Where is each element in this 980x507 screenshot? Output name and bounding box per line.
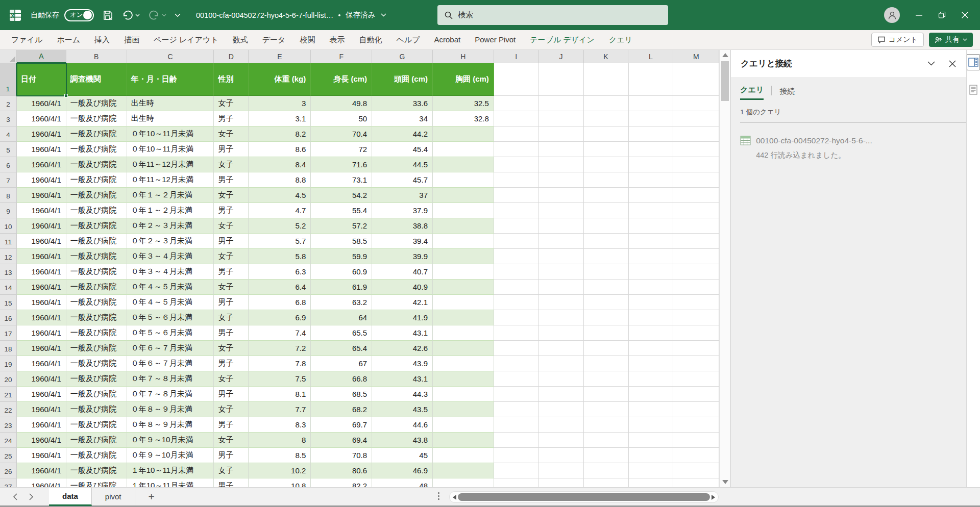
cell-J12[interactable]	[539, 249, 584, 264]
cell-J16[interactable]	[539, 310, 584, 325]
cell-D20[interactable]: 女子	[214, 371, 249, 387]
cell-D9[interactable]: 男子	[214, 203, 249, 218]
cell-G27[interactable]: 48	[372, 478, 433, 487]
cell-E8[interactable]: 4.5	[249, 188, 311, 203]
cell-D26[interactable]: 女子	[214, 463, 249, 478]
cell-H9[interactable]	[433, 203, 494, 218]
cell-C5[interactable]: ０年10～11月未満	[127, 142, 214, 157]
ribbon-tab-query[interactable]: クエリ	[602, 30, 640, 49]
cell-C12[interactable]: ０年３～４月未満	[127, 249, 214, 264]
row-header-11[interactable]: 11	[0, 234, 17, 249]
row-header-1[interactable]: 1	[0, 63, 17, 96]
cell-K17[interactable]	[584, 325, 629, 341]
cell-B22[interactable]: 一般及び病院	[66, 402, 127, 417]
cell-E21[interactable]: 8.1	[249, 387, 311, 402]
autosave-toggle[interactable]: オン	[64, 9, 94, 21]
cell-F15[interactable]: 63.2	[311, 295, 372, 310]
cell-A3[interactable]: 1960/4/1	[17, 111, 66, 126]
cell-D4[interactable]: 女子	[214, 126, 249, 142]
cell-C26[interactable]: １年10～11月未満	[127, 463, 214, 478]
cell-L7[interactable]	[629, 172, 674, 188]
share-button[interactable]: 共有	[929, 33, 973, 47]
row-header-15[interactable]: 15	[0, 295, 17, 310]
cell-G10[interactable]: 38.8	[372, 218, 433, 234]
cell-E11[interactable]: 5.7	[249, 234, 311, 249]
cell-K25[interactable]	[584, 448, 629, 463]
row-header-20[interactable]: 20	[0, 371, 17, 387]
cell-J20[interactable]	[539, 371, 584, 387]
cell-I24[interactable]	[494, 433, 539, 448]
cell-G3[interactable]: 34	[372, 111, 433, 126]
row-header-17[interactable]: 17	[0, 325, 17, 341]
cell-E22[interactable]: 7.7	[249, 402, 311, 417]
ribbon-tab-insert[interactable]: 挿入	[87, 30, 117, 49]
cell-E17[interactable]: 7.4	[249, 325, 311, 341]
cell-J3[interactable]	[539, 111, 584, 126]
scroll-up-arrow-icon[interactable]	[722, 53, 728, 57]
cell-M14[interactable]	[673, 280, 719, 295]
panel-close-icon[interactable]	[949, 60, 956, 67]
cell-L5[interactable]	[629, 142, 674, 157]
cell-C18[interactable]: ０年６～７月未満	[127, 341, 214, 356]
save-icon[interactable]	[102, 10, 113, 21]
cell-K5[interactable]	[584, 142, 629, 157]
cell-M9[interactable]	[673, 203, 719, 218]
cell-B2[interactable]: 一般及び病院	[66, 96, 127, 111]
cell-M27[interactable]	[673, 478, 719, 487]
cell-B10[interactable]: 一般及び病院	[66, 218, 127, 234]
row-header-18[interactable]: 18	[0, 341, 17, 356]
cell-F9[interactable]: 55.4	[311, 203, 372, 218]
cell-C11[interactable]: ０年２～３月未満	[127, 234, 214, 249]
cell-B9[interactable]: 一般及び病院	[66, 203, 127, 218]
cell-G17[interactable]: 43.1	[372, 325, 433, 341]
cell-E23[interactable]: 8.3	[249, 417, 311, 433]
cell-M21[interactable]	[673, 387, 719, 402]
cell-E16[interactable]: 6.9	[249, 310, 311, 325]
cell-L1[interactable]	[629, 63, 674, 96]
cell-M12[interactable]	[673, 249, 719, 264]
cell-E5[interactable]: 8.6	[249, 142, 311, 157]
cell-A26[interactable]: 1960/4/1	[17, 463, 66, 478]
cell-C23[interactable]: ０年８～９月未満	[127, 417, 214, 433]
cell-K23[interactable]	[584, 417, 629, 433]
cell-L11[interactable]	[629, 234, 674, 249]
cell-G26[interactable]: 46.9	[372, 463, 433, 478]
cell-C8[interactable]: ０年１～２月未満	[127, 188, 214, 203]
cell-D12[interactable]: 女子	[214, 249, 249, 264]
cell-L20[interactable]	[629, 371, 674, 387]
cell-K9[interactable]	[584, 203, 629, 218]
account-avatar[interactable]	[884, 7, 900, 23]
close-button[interactable]	[961, 11, 969, 19]
tab-connections[interactable]: 接続	[779, 87, 795, 100]
cell-D16[interactable]: 女子	[214, 310, 249, 325]
cell-C20[interactable]: ０年７～８月未満	[127, 371, 214, 387]
cell-H15[interactable]	[433, 295, 494, 310]
cell-L8[interactable]	[629, 188, 674, 203]
cell-H14[interactable]	[433, 280, 494, 295]
column-header-K[interactable]: K	[584, 50, 629, 63]
row-header-9[interactable]: 9	[0, 203, 17, 218]
column-header-I[interactable]: I	[494, 50, 539, 63]
cell-M24[interactable]	[673, 433, 719, 448]
cell-B20[interactable]: 一般及び病院	[66, 371, 127, 387]
row-header-21[interactable]: 21	[0, 387, 17, 402]
cell-E19[interactable]: 7.8	[249, 356, 311, 371]
ribbon-tab-draw[interactable]: 描画	[117, 30, 146, 49]
horizontal-scrollbar[interactable]	[449, 491, 719, 503]
cell-H20[interactable]	[433, 371, 494, 387]
cell-M16[interactable]	[673, 310, 719, 325]
ribbon-tab-automate[interactable]: 自動化	[352, 30, 389, 49]
cell-F14[interactable]: 61.9	[311, 280, 372, 295]
cell-A22[interactable]: 1960/4/1	[17, 402, 66, 417]
cell-K15[interactable]	[584, 295, 629, 310]
cell-E24[interactable]: 8	[249, 433, 311, 448]
cell-A10[interactable]: 1960/4/1	[17, 218, 66, 234]
cell-I5[interactable]	[494, 142, 539, 157]
ribbon-tab-file[interactable]: ファイル	[4, 30, 50, 49]
column-header-D[interactable]: D	[214, 50, 249, 63]
cell-E7[interactable]: 8.8	[249, 172, 311, 188]
cell-I1[interactable]	[494, 63, 539, 96]
column-header-B[interactable]: B	[66, 50, 127, 63]
cell-D13[interactable]: 男子	[214, 264, 249, 280]
cell-I17[interactable]	[494, 325, 539, 341]
